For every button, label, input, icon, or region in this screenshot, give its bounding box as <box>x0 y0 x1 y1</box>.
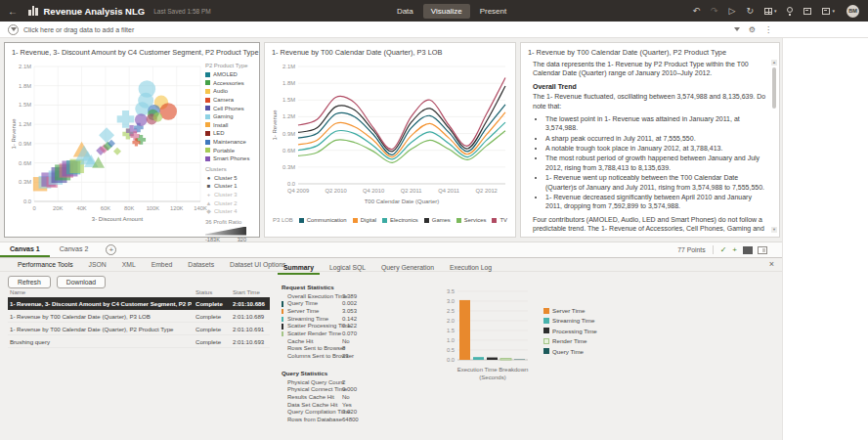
svg-text:0: 0 <box>32 205 35 211</box>
layout-outline-icon[interactable] <box>758 246 767 254</box>
legend-item-install[interactable]: Install <box>205 121 257 130</box>
export-icon[interactable]: ▾ <box>822 8 835 15</box>
legend-item-led[interactable]: LED <box>205 129 257 138</box>
menu-ellipsis-icon[interactable]: ⋮ <box>764 25 772 34</box>
query-table-row[interactable]: 1- Revenue by T00 Calendar Date (Quarter… <box>8 323 270 335</box>
cluster-item-cluster-3[interactable]: +Cluster 3 <box>205 191 257 199</box>
mode-tab-visualize[interactable]: Visualize <box>423 4 470 19</box>
redo-icon[interactable]: ↷ <box>711 7 718 16</box>
mode-tab-data[interactable]: Data <box>389 4 421 19</box>
legend-item-communication[interactable]: Communication <box>299 216 347 225</box>
mode-tab-present[interactable]: Present <box>472 4 515 19</box>
filter-options-icon[interactable] <box>734 27 740 31</box>
exec-legend-processing-time[interactable]: Processing Time <box>543 328 597 334</box>
exec-legend-query-time[interactable]: Query Time <box>543 348 597 355</box>
dock-tab-json[interactable]: JSON <box>89 261 107 268</box>
query-name: Brushing query <box>10 335 192 348</box>
canvas-tab-canvas-1[interactable]: Canvas 1 <box>0 242 50 257</box>
nlg-scrollbar[interactable]: ▲ ▼ <box>771 60 777 233</box>
cluster-item-cluster-4[interactable]: ◆Cluster 4 <box>205 207 257 216</box>
back-button[interactable]: ← <box>0 0 25 22</box>
svg-text:0.3M: 0.3M <box>19 179 31 185</box>
canvas-layout-icon[interactable]: ▾ <box>764 8 777 15</box>
preview-icon[interactable]: ▷ <box>729 7 736 16</box>
notes-icon[interactable] <box>803 8 811 15</box>
legend-item-games[interactable]: Games <box>424 216 451 225</box>
query-table-row[interactable]: 1- Revenue, 3- Discount Amount by C4 Cus… <box>8 297 270 310</box>
stat-label: Server Time <box>287 308 319 314</box>
legend-item-services[interactable]: Services <box>456 216 487 225</box>
scroll-down-icon[interactable]: ▼ <box>771 227 777 233</box>
stat-color-tick <box>282 395 283 401</box>
refresh-data-icon[interactable]: ↻ <box>746 7 754 16</box>
dock-tab-datasets[interactable]: Datasets <box>188 261 214 268</box>
legend-swatch <box>205 106 210 110</box>
legend-swatch <box>205 114 210 119</box>
scroll-thumb[interactable] <box>772 67 776 109</box>
stat-value: 64800 <box>342 417 359 424</box>
query-table-row[interactable]: Brushing queryComplete2:01:10.693 <box>8 335 270 348</box>
dock-tab-xml[interactable]: XML <box>122 261 136 268</box>
legend-item-accessories[interactable]: Accessories <box>205 79 257 88</box>
legend-item-gaming[interactable]: Gaming <box>205 112 257 121</box>
add-insight-icon[interactable]: + <box>732 246 737 254</box>
legend-label: Accessories <box>213 80 244 86</box>
legend-item-smart-phones[interactable]: Smart Phones <box>205 154 257 163</box>
dock-tab-performance-tools[interactable]: Performance Tools <box>18 261 73 268</box>
gear-icon[interactable]: ⚙ <box>749 25 756 34</box>
quality-check-icon[interactable]: ✓ <box>720 246 727 254</box>
auto-insights-icon[interactable] <box>787 7 793 15</box>
detail-tab-execution-log[interactable]: Execution Log <box>444 261 498 275</box>
detail-tab-summary[interactable]: Summary <box>278 261 320 275</box>
user-avatar[interactable]: BM <box>846 5 859 18</box>
scatter-point[interactable] <box>135 113 148 126</box>
detail-tabs: SummaryLogical SQLQuery GenerationExecut… <box>278 261 498 275</box>
legend-swatch <box>205 140 210 145</box>
scatter-point[interactable] <box>152 112 162 122</box>
filter-bar[interactable]: Click here or drag data to add a filter … <box>0 22 868 38</box>
scatter-viz-panel[interactable]: 1- Revenue, 3- Discount Amount by C4 Cus… <box>4 42 260 238</box>
cluster-item-cluster-2[interactable]: ▲Cluster 2 <box>205 198 257 207</box>
exec-bar-server-time[interactable] <box>459 300 470 360</box>
legend-label: LED <box>213 130 224 136</box>
close-dock-icon[interactable]: × <box>769 259 774 269</box>
detail-tab-query-generation[interactable]: Query Generation <box>375 261 440 275</box>
stats-heading: Request Statistics <box>282 284 438 290</box>
scroll-up-icon[interactable]: ▲ <box>771 60 777 66</box>
legend-item-cell-phones[interactable]: Cell Phones <box>205 104 257 112</box>
scatter-point[interactable] <box>113 148 121 155</box>
layout-filled-icon[interactable] <box>743 246 753 254</box>
add-canvas-button[interactable]: + <box>106 244 116 255</box>
legend-item-electronics[interactable]: Electronics <box>382 216 418 225</box>
legend-item-portable[interactable]: Portable <box>205 146 257 154</box>
legend-item-amoled[interactable]: AMOLED <box>205 70 257 79</box>
legend-item-audio[interactable]: Audio <box>205 87 257 96</box>
nlg-text-panel[interactable]: 1- Revenue by T00 Calendar Date (Quarter… <box>520 42 780 238</box>
line-viz-panel[interactable]: 1- Revenue by T00 Calendar Date (Quarter… <box>264 42 516 238</box>
svg-text:1.5: 1.5 <box>447 328 455 333</box>
query-status: Complete <box>195 335 229 348</box>
legend-item-digital[interactable]: Digital <box>353 216 376 225</box>
exec-legend-streaming-time[interactable]: Streaming Time <box>543 317 597 324</box>
exec-legend-server-time[interactable]: Server Time <box>543 307 597 314</box>
exec-bar-streaming-time[interactable] <box>473 357 484 360</box>
exec-legend-render-time[interactable]: Render Time <box>543 337 597 344</box>
legend-item-camera[interactable]: Camera <box>205 96 257 105</box>
detail-tab-logical-sql[interactable]: Logical SQL <box>324 261 371 275</box>
legend-item-maintenance[interactable]: Maintenance <box>205 138 257 147</box>
square-marker-icon: ■ <box>205 183 212 189</box>
exec-bar-processing-time[interactable] <box>487 358 498 360</box>
query-table-row[interactable]: 1- Revenue by T00 Calendar Date (Quarter… <box>8 310 270 323</box>
cluster-item-cluster-5[interactable]: ●Cluster 5 <box>205 174 257 183</box>
line-series-games[interactable] <box>298 86 505 152</box>
dock-tab-embed[interactable]: Embed <box>152 261 173 268</box>
canvas-tab-canvas-2[interactable]: Canvas 2 <box>50 242 99 257</box>
cluster-item-cluster-1[interactable]: ■Cluster 1 <box>205 182 257 191</box>
last-saved-label: Last Saved 1:58 PM <box>153 8 211 15</box>
legend-item-tv[interactable]: TV <box>492 216 507 225</box>
exec-bar-render-time[interactable] <box>500 359 511 360</box>
line-chart[interactable]: 0.00.3M0.6M0.9M1.2M1.5M1.8M2.1MQ4 2009Q2… <box>269 59 513 213</box>
scatter-point[interactable] <box>117 110 135 128</box>
scatter-chart[interactable]: 0.00.3M0.6M0.9M1.2M1.5M1.8M2.1M020K40K60… <box>9 59 208 235</box>
undo-icon[interactable]: ↶ <box>692 7 700 16</box>
